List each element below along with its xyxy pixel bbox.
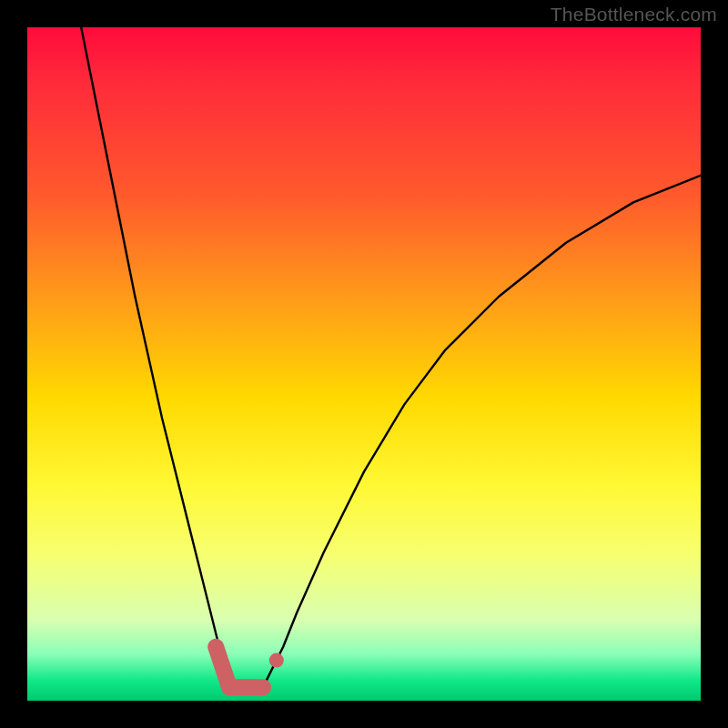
curve-layer [27,27,701,701]
bottleneck-curve [81,27,701,694]
watermark-text: TheBottleneck.com [551,4,717,25]
valley-right-dot [269,653,284,668]
chart-frame: TheBottleneck.com [0,0,728,728]
valley-left-segment [216,647,229,687]
plot-area [27,27,701,701]
curve-path [81,27,701,694]
